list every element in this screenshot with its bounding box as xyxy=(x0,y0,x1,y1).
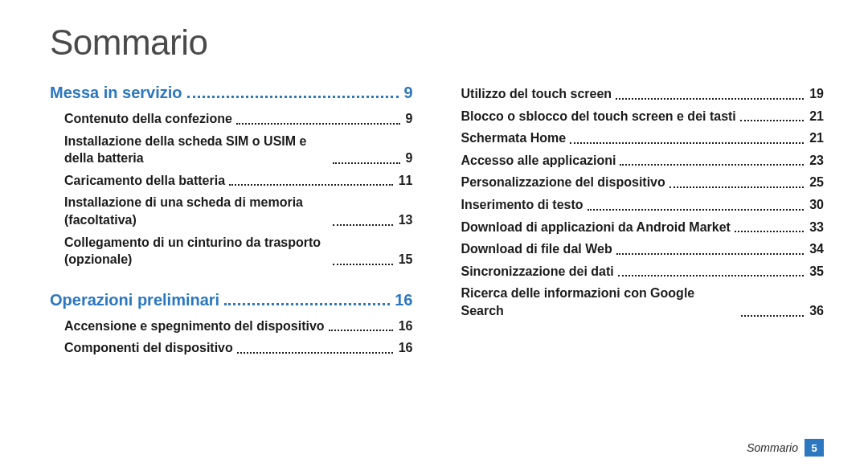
leader-dots xyxy=(588,209,805,211)
entry-page: 11 xyxy=(397,172,413,190)
leader-dots xyxy=(333,264,392,265)
toc-entry[interactable]: Utilizzo del touch screen 19 xyxy=(461,85,825,103)
toc-left-column: Messa in servizio 9 Contenuto della conf… xyxy=(50,80,413,362)
entry-label: Accensione e spegnimento del dispositivo xyxy=(64,317,325,335)
entry-label: Ricerca delle informazioni con Google Se… xyxy=(461,285,737,319)
toc-entry[interactable]: Installazione della scheda SIM o USIM e … xyxy=(64,133,413,167)
section-label: Messa in servizio xyxy=(50,84,182,102)
entry-label: Accesso alle applicazioni xyxy=(461,152,616,170)
toc-entry[interactable]: Contenuto della confezione 9 xyxy=(64,110,413,128)
entry-page: 21 xyxy=(808,108,824,125)
footer-page-number: 5 xyxy=(805,439,824,457)
entry-label: Installazione di una scheda di memoria (… xyxy=(64,194,329,228)
entry-page: 30 xyxy=(808,196,824,214)
leader-dots xyxy=(187,96,399,98)
entry-label: Collegamento di un cinturino da trasport… xyxy=(64,234,329,268)
entry-page: 25 xyxy=(808,174,824,191)
leader-dots xyxy=(237,352,393,354)
toc-entry[interactable]: Componenti del dispositivo 16 xyxy=(64,339,413,357)
leader-dots xyxy=(741,315,805,317)
entry-label: Blocco o sblocco del touch screen e dei … xyxy=(461,108,736,125)
entry-page: 34 xyxy=(808,240,824,258)
entry-label: Caricamento della batteria xyxy=(64,172,225,190)
entry-label: Componenti del dispositivo xyxy=(64,339,233,357)
toc-entry[interactable]: Installazione di una scheda di memoria (… xyxy=(64,194,413,228)
toc-entry[interactable]: Download di file dal Web 34 xyxy=(461,240,825,258)
leader-dots xyxy=(618,275,804,276)
leader-dots xyxy=(735,231,804,232)
entry-label: Installazione della scheda SIM o USIM e … xyxy=(64,133,329,167)
leader-dots xyxy=(620,164,804,166)
leader-dots xyxy=(616,253,805,255)
entry-page: 13 xyxy=(397,211,413,229)
entry-label: Schermata Home xyxy=(461,129,567,147)
toc-entry[interactable]: Caricamento della batteria 11 xyxy=(64,172,413,190)
entry-page: 19 xyxy=(808,85,824,103)
section-heading-messa-in-servizio[interactable]: Messa in servizio 9 xyxy=(50,84,413,102)
entry-page: 33 xyxy=(808,219,824,236)
section-page: 16 xyxy=(395,291,412,309)
toc-entry[interactable]: Sincronizzazione dei dati 35 xyxy=(461,263,825,281)
toc-columns: Messa in servizio 9 Contenuto della conf… xyxy=(50,80,824,362)
toc-entry[interactable]: Personalizzazione del dispositivo 25 xyxy=(461,174,825,191)
toc-right-column: Utilizzo del touch screen 19 Blocco o sb… xyxy=(461,80,825,362)
leader-dots xyxy=(333,224,392,226)
entry-page: 16 xyxy=(397,339,413,357)
leader-dots xyxy=(333,162,399,164)
leader-dots xyxy=(224,303,390,305)
entry-page: 23 xyxy=(808,152,824,170)
entry-label: Download di file dal Web xyxy=(461,240,612,258)
leader-dots xyxy=(236,123,400,125)
leader-dots xyxy=(669,186,804,188)
toc-entry[interactable]: Schermata Home 21 xyxy=(461,129,825,147)
entry-label: Contenuto della confezione xyxy=(64,110,232,128)
footer-label: Sommario xyxy=(747,441,798,454)
entry-page: 16 xyxy=(397,317,413,335)
toc-entry[interactable]: Ricerca delle informazioni con Google Se… xyxy=(461,285,825,319)
entry-label: Utilizzo del touch screen xyxy=(461,85,612,103)
entry-page: 35 xyxy=(808,263,824,281)
page-title: Sommario xyxy=(50,23,824,63)
entry-label: Personalizzazione del dispositivo xyxy=(461,174,665,191)
toc-entry[interactable]: Accesso alle applicazioni 23 xyxy=(461,152,825,170)
toc-entry[interactable]: Inserimento di testo 30 xyxy=(461,196,825,214)
toc-entry[interactable]: Blocco o sblocco del touch screen e dei … xyxy=(461,108,825,125)
entry-page: 9 xyxy=(404,149,413,167)
entry-label: Download di applicazioni da Android Mark… xyxy=(461,219,731,236)
leader-dots xyxy=(329,330,393,331)
entry-label: Inserimento di testo xyxy=(461,196,583,214)
page-footer: Sommario 5 xyxy=(747,439,824,457)
section-page: 9 xyxy=(403,84,412,102)
toc-entry[interactable]: Download di applicazioni da Android Mark… xyxy=(461,219,825,236)
leader-dots xyxy=(570,142,804,144)
toc-entry[interactable]: Collegamento di un cinturino da trasport… xyxy=(64,234,413,268)
section-heading-operazioni-preliminari[interactable]: Operazioni preliminari 16 xyxy=(50,291,413,309)
entry-page: 21 xyxy=(808,129,824,147)
entry-label: Sincronizzazione dei dati xyxy=(461,263,614,281)
leader-dots xyxy=(229,184,393,186)
toc-entry[interactable]: Accensione e spegnimento del dispositivo… xyxy=(64,317,413,335)
leader-dots xyxy=(740,120,804,121)
leader-dots xyxy=(616,98,804,100)
entry-page: 36 xyxy=(808,302,824,320)
entry-page: 15 xyxy=(397,251,413,268)
entry-page: 9 xyxy=(404,110,413,128)
section-label: Operazioni preliminari xyxy=(50,291,219,309)
